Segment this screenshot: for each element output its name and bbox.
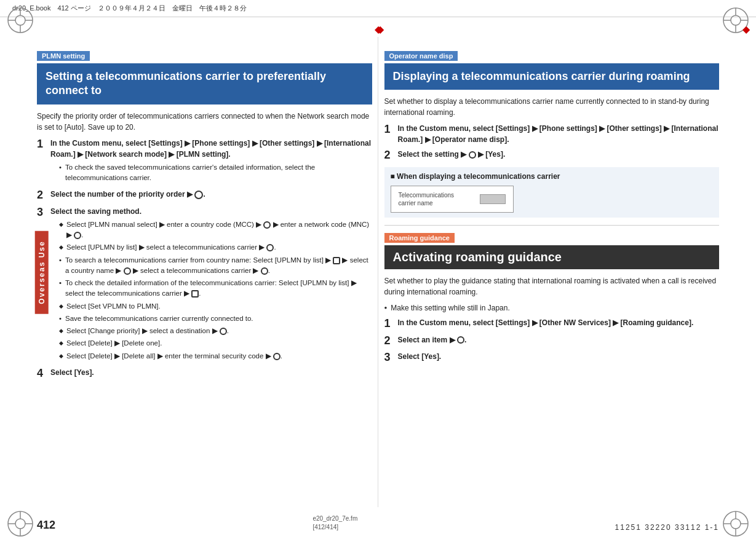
plmn-step-2-text: Select the number of the priority order … [50, 190, 205, 199]
header-bar: dr20_E.book 412 ページ ２００９年４月２４日 金曜日 午後４時２… [0, 0, 756, 17]
plmn-diamond-1: Select [PLMN manual select] ▶ enter a co… [59, 219, 372, 241]
plmn-sub-1: To search a telecommunications carrier f… [59, 255, 372, 277]
operator-step-2: 2 Select the setting ▶ ▶ [Yes]. [384, 149, 720, 162]
plmn-label: PLMN setting [37, 51, 90, 61]
registration-mark-center: ◆ [375, 23, 382, 35]
plmn-step-3-text: Select the saving method. [50, 207, 141, 216]
plmn-step-1-bullets: To check the saved telecommunications ca… [59, 162, 372, 184]
operator-title: Displaying a telecommunications carrier … [384, 63, 720, 90]
sidebar-tab: Overseas Use [35, 231, 49, 313]
plmn-step-3-bullets: Select [PLMN manual select] ▶ enter a co… [59, 219, 372, 361]
footer-code: 11251 32220 33112 1-1 [615, 523, 719, 532]
right-column: Operator name disp Displaying a telecomm… [384, 51, 720, 537]
plmn-step-1-text: In the Custom menu, select [Settings] ▶ … [50, 139, 371, 159]
plmn-diamond-6: Select [Delete] ▶ [Delete all] ▶ enter t… [59, 351, 372, 361]
roaming-step-2: 2 Select an item ▶ . [384, 334, 720, 348]
svg-point-13 [15, 519, 25, 529]
left-column: PLMN setting Setting a telecommunication… [37, 51, 372, 537]
plmn-step-3: 3 Select the saving method. Select [PLMN… [37, 206, 372, 363]
header-text: dr20_E.book 412 ページ ２００９年４月２４日 金曜日 午後４時２… [12, 4, 247, 13]
corner-tl-decoration [5, 5, 36, 36]
operator-step-1-text: In the Custom menu, select [Settings] ▶ … [398, 124, 718, 144]
plmn-diamond-2: Select [UPLMN by list] ▶ select a teleco… [59, 242, 372, 253]
corner-bl-decoration [5, 508, 36, 539]
roaming-step-2-text: Select an item ▶ . [398, 336, 467, 344]
svg-point-19 [731, 519, 741, 529]
corner-br-decoration [720, 508, 751, 539]
registration-mark-right: ◆ [742, 23, 750, 35]
roaming-intro: Set whether to play the guidance stating… [384, 275, 720, 298]
carrier-label: Telecommunications carrier name [399, 191, 461, 207]
operator-step-1: 1 In the Custom menu, select [Settings] … [384, 123, 720, 145]
when-section: ■ When displaying a telecommunications c… [384, 167, 720, 218]
svg-point-7 [731, 15, 741, 25]
when-title: ■ When displaying a telecommunications c… [391, 172, 714, 181]
operator-intro: Set whether to display a telecommunicati… [384, 96, 720, 118]
footer: 412 e20_dr20_7e.fm [412/414] 11251 32220… [37, 514, 719, 532]
plmn-sub-3: Save the telecommunications carrier curr… [59, 313, 372, 324]
roaming-dot-bullet: Make this setting while still in Japan. [384, 302, 720, 313]
plmn-step-1: 1 In the Custom menu, select [Settings] … [37, 138, 372, 186]
section-divider [384, 225, 720, 226]
carrier-screen [480, 194, 506, 204]
plmn-step-4-text: Select [Yes]. [50, 368, 94, 377]
roaming-step-3: 3 Select [Yes]. [384, 351, 720, 365]
plmn-step-1-bullet-1: To check the saved telecommunications ca… [59, 162, 372, 184]
roaming-step-1: 1 In the Custom menu, select [Settings] … [384, 317, 720, 331]
roaming-title: Activating roaming guidance [384, 245, 720, 269]
plmn-title: Setting a telecommunications carrier to … [37, 63, 372, 104]
plmn-step-2: 2 Select the number of the priority orde… [37, 189, 372, 202]
carrier-display: Telecommunications carrier name [391, 186, 514, 213]
roaming-step-3-text: Select [Yes]. [398, 352, 442, 361]
operator-label: Operator name disp [384, 51, 458, 61]
roaming-step-1-text: In the Custom menu, select [Settings] ▶ … [398, 318, 694, 327]
plmn-diamond-4: Select [Change priority] ▶ select a dest… [59, 326, 372, 336]
operator-step-2-text: Select the setting ▶ ▶ [Yes]. [398, 150, 506, 159]
svg-point-1 [15, 15, 25, 25]
plmn-diamond-5: Select [Delete] ▶ [Delete one]. [59, 338, 372, 349]
plmn-diamond-3: Select [Set VPLMN to PLMN]. [59, 301, 372, 312]
plmn-step-4: 4 Select [Yes]. [37, 367, 372, 380]
plmn-intro: Specify the priority order of telecommun… [37, 111, 372, 133]
plmn-sub-2: To check the detailed information of the… [59, 278, 372, 299]
column-divider [378, 37, 378, 507]
roaming-label: Roaming guidance [384, 233, 455, 243]
roaming-dot-text: Make this setting while still in Japan. [391, 302, 509, 313]
footer-small: e20_dr20_7e.fm [412/414] [312, 514, 357, 532]
page-number: 412 [37, 519, 55, 532]
